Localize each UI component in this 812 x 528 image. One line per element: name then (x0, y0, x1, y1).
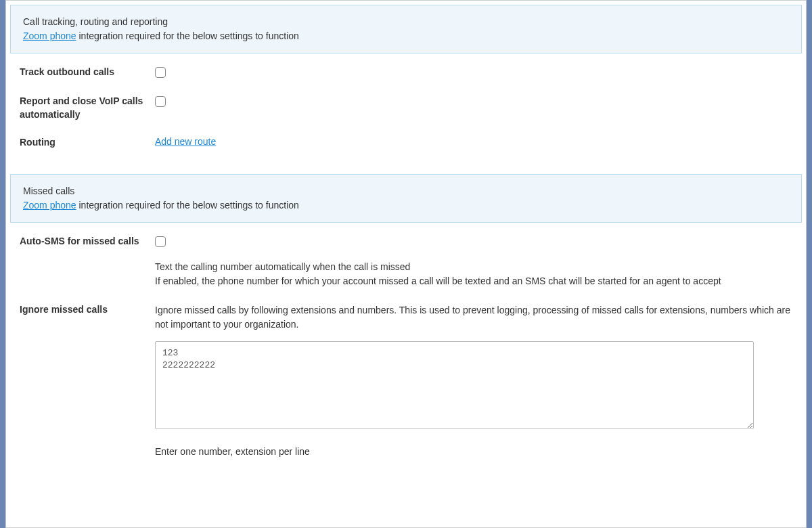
call-tracking-header: Call tracking, routing and reporting Zoo… (10, 5, 802, 53)
routing-label: Routing (20, 136, 155, 150)
auto-sms-label: Auto-SMS for missed calls (20, 235, 155, 248)
settings-panel: Call tracking, routing and reporting Zoo… (5, 0, 807, 528)
call-tracking-note: Zoom phone integration required for the … (23, 29, 789, 43)
missed-calls-body: Auto-SMS for missed calls Text the calli… (6, 223, 806, 477)
auto-sms-row: Auto-SMS for missed calls Text the calli… (20, 235, 792, 288)
track-outbound-row: Track outbound calls (20, 66, 792, 80)
missed-calls-note: Zoom phone integration required for the … (23, 198, 789, 213)
report-close-voip-row: Report and close VoIP calls automaticall… (20, 95, 792, 121)
auto-sms-checkbox[interactable] (155, 236, 166, 247)
call-tracking-title: Call tracking, routing and reporting (23, 15, 789, 29)
track-outbound-label: Track outbound calls (20, 66, 155, 79)
report-close-voip-label: Report and close VoIP calls automaticall… (20, 95, 155, 121)
integration-note-2: integration required for the below setti… (76, 200, 299, 211)
integration-note: integration required for the below setti… (76, 30, 299, 41)
auto-sms-helper-1: Text the calling number automatically wh… (155, 260, 792, 274)
zoom-phone-link[interactable]: Zoom phone (23, 30, 76, 41)
missed-calls-header: Missed calls Zoom phone integration requ… (10, 174, 802, 223)
ignore-missed-hint: Enter one number, extension per line (155, 446, 792, 457)
track-outbound-checkbox[interactable] (155, 67, 166, 78)
add-new-route-link[interactable]: Add new route (155, 136, 216, 147)
report-close-voip-checkbox[interactable] (155, 96, 166, 107)
ignore-missed-textarea[interactable]: 123 2222222222 (155, 341, 754, 429)
routing-row: Routing Add new route (20, 136, 792, 150)
auto-sms-helper-2: If enabled, the phone number for which y… (155, 274, 792, 288)
call-tracking-body: Track outbound calls Report and close Vo… (6, 53, 806, 170)
ignore-missed-row: Ignore missed calls Ignore missed calls … (20, 303, 792, 457)
zoom-phone-link-2[interactable]: Zoom phone (23, 200, 76, 211)
ignore-missed-label: Ignore missed calls (20, 303, 155, 317)
ignore-missed-helper: Ignore missed calls by following extensi… (155, 303, 792, 332)
missed-calls-title: Missed calls (23, 184, 789, 198)
